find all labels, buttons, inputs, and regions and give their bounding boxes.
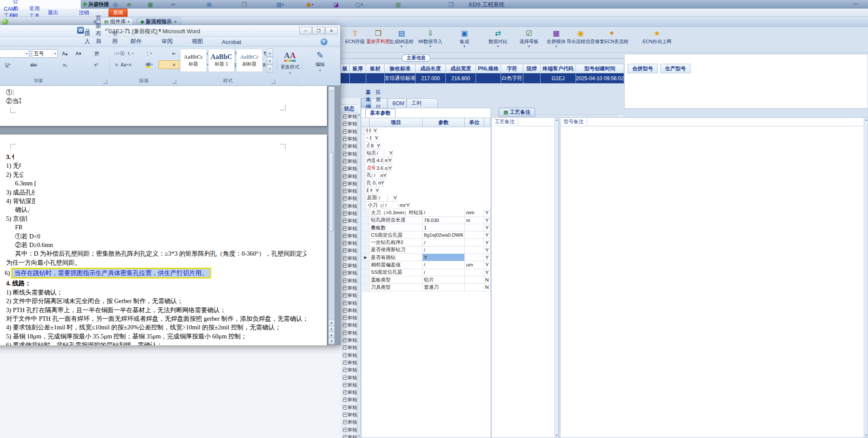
table-row[interactable]: 叠板数 1 Y [362,224,490,232]
status-row[interactable]: 已审核 [341,426,358,433]
table-row[interactable]: 刀具类型 普通刀 N [362,284,490,291]
param-unit-cell[interactable] [465,284,484,291]
detail-tab[interactable]: 拓展信息 [371,98,387,108]
param-item-cell[interactable]: 一次钻孔程序2 [370,239,423,246]
app-sphere-icon[interactable] [2,19,8,25]
ribbon-button[interactable]: A▾▾ [70,49,87,58]
window-control-button[interactable]: ❐ [312,27,325,34]
param-flag-cell[interactable]: Y [484,239,490,246]
table-row[interactable]: 钻孔方式 钻孔 Y [362,127,371,135]
param-unit-cell[interactable]: mm [377,179,381,186]
param-value-cell[interactable]: 钻孔 [368,127,371,134]
status-row[interactable]: 已审核 [341,292,358,299]
font-name-combo[interactable]: 宋体▾ [0,49,29,58]
toolbar-button[interactable]: ▤ 生成MI流程 ▾ [392,29,411,48]
toolbar-button[interactable]: ★ ECN自动上网 ▾ [633,29,681,45]
status-row[interactable]: 已审核 [341,172,358,180]
param-flag-cell[interactable]: Y [381,179,384,186]
browse-object-icon[interactable]: ● [329,332,334,338]
param-item-cell[interactable]: 总铜厚（含表铜） [365,164,375,171]
param-flag-cell[interactable]: Y [389,157,392,164]
main-info-value-cell[interactable]: 2025-04-10 09:56:02 [576,73,624,84]
param-flag-cell[interactable]: Y [377,142,380,149]
ribbon-button[interactable]: U▾ [0,60,17,69]
param-value-cell[interactable]: 3.66 [375,164,383,171]
table-row[interactable]: 点图 8g1ej02wa0.d Y [362,142,380,150]
toolbar-button[interactable]: ◉ 导出流程信息 ▾ [571,29,591,45]
param-unit-cell[interactable] [372,135,375,141]
param-value-cell[interactable]: / [423,209,465,216]
scroll-up-icon[interactable]: ▲ [267,49,273,57]
status-row[interactable]: 已审核 [341,135,358,143]
param-flag-cell[interactable]: Y [484,224,490,231]
ribbon-button[interactable]: ≡▾ [122,60,138,69]
ribbon-button[interactable]: ≡▾ [112,60,121,69]
table-row[interactable]: 小刀（≤0.3mm）对钻深度 / mm Y [362,202,410,209]
table-row[interactable]: 钻孔方向 / Y [362,150,393,157]
param-value-cell[interactable]: / [384,202,398,209]
status-row[interactable]: 已审核 [341,143,358,150]
menu-item[interactable]: CAM工程 [0,9,9,17]
status-row[interactable]: 已审核 [341,217,358,225]
table-row[interactable]: 钻孔路径总长度 78.030 m Y [362,217,490,224]
status-row[interactable]: 已审核 [341,352,358,359]
toolbar-button[interactable]: ☑ 选择母板 ▾ [516,29,541,48]
param-item-cell[interactable]: 钻孔路径总长度 [370,217,423,224]
toolbar-button[interactable]: ▣ 集成 ▾ [449,29,479,48]
word-title-bar[interactable]: G1EJ-71 [兼容模式] - Microsoft Word W◘↶↷▾ ─❐… [0,25,340,37]
param-unit-cell[interactable] [465,239,484,246]
chevron-down-icon[interactable]: ▾ [24,52,28,56]
table-row[interactable]: 总铜厚（含表铜） 3.66 oz Y [362,164,392,172]
main-info-value-cell[interactable]: 京信通信标准 [385,73,416,84]
status-row[interactable]: 已审核 [341,374,358,381]
param-flag-cell[interactable]: Y [376,187,379,194]
dialog-launcher-icon[interactable] [271,80,275,84]
scroll-up-icon[interactable]: ▲ [555,119,558,121]
ribbon-tab[interactable]: 审阅 [156,36,186,47]
param-value-cell[interactable]: 78.030 [423,217,465,224]
status-row[interactable]: 已审核 [341,240,358,247]
scroll-down-icon[interactable]: ▼ [865,434,867,437]
tab-process-notes[interactable]: ▤ 工艺备注 [499,108,535,116]
param-item-cell[interactable]: 钻孔方向 [366,150,376,156]
topbar-tool-icon[interactable]: ⊞▾ [207,1,237,8]
model-notes-panel[interactable]: 型号备注 ▲ ▼ [560,117,868,438]
param-value-cell[interactable]: 铝片 [423,276,465,283]
param-value-cell[interactable]: 8g1ej02wa0.d [370,142,374,149]
param-flag-cell[interactable]: Y [484,247,490,253]
param-value-cell[interactable]: / [423,261,465,268]
param-unit-cell[interactable]: oz [383,164,389,171]
toolbar-button[interactable]: ⇩ MI数据导入 ▾ [415,29,446,48]
close-icon[interactable]: ✕ [173,19,177,24]
qat-icon[interactable]: W [77,27,84,34]
param-unit-cell[interactable] [465,276,484,283]
detail-tab[interactable]: 工时 [407,98,438,108]
status-row[interactable]: 已审核 [341,277,358,285]
status-row[interactable]: 已审核 [341,188,358,195]
style-card[interactable]: AaBbCc 副标题 [236,49,263,72]
split-handle[interactable] [329,87,334,91]
topbar-tool-icon[interactable]: ◉▾ [306,1,329,8]
param-unit-cell[interactable] [465,269,484,276]
param-value-cell[interactable]: N [369,187,373,194]
scroll-down-icon[interactable]: ▼ [329,320,334,326]
ribbon-tab[interactable]: 邮件 [125,36,156,47]
param-flag-cell[interactable]: N [484,284,490,291]
status-row[interactable]: 已审核 [341,359,358,366]
status-row[interactable]: 已审核 [341,382,358,389]
topbar-tool-icon[interactable]: ◪▾ [333,1,351,8]
main-info-value-cell[interactable] [476,73,501,84]
change-styles-button[interactable]: AA 更改样式 ▾ [278,47,302,85]
scroll-down-icon[interactable]: ▼ [358,435,361,438]
status-row[interactable]: 已审核 [341,389,358,396]
param-item-cell[interactable]: 大刀（>0.3mm）对钻深度 [370,209,423,216]
param-unit-cell[interactable] [465,247,484,253]
param-value-cell[interactable]: / [423,247,465,253]
status-row[interactable]: 已审核 [341,434,358,438]
param-unit-cell[interactable]: mm [398,202,406,209]
param-value-cell[interactable]: 普通刀 [423,284,465,291]
menu-item[interactable]: 常用工具 [25,9,44,17]
chevron-down-icon[interactable]: ▾ [53,52,56,56]
detail-tab[interactable]: 基本信息 [361,98,370,108]
vertical-scrollbar[interactable]: ▼ ⇞ ● ⇟ [328,87,335,344]
